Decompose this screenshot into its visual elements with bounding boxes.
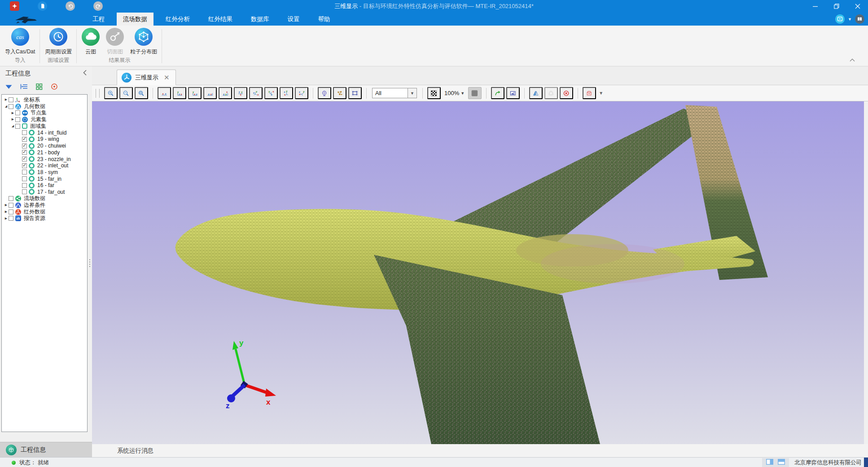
filter-icon[interactable] <box>4 83 13 91</box>
node-graph-button[interactable] <box>333 87 346 99</box>
menu-item-3[interactable]: 红外分析 <box>159 13 196 26</box>
mirror-button[interactable] <box>529 87 543 99</box>
tree-row[interactable]: ◢几何数据 <box>2 103 87 110</box>
ribbon-button-clock[interactable]: 周期面设置 <box>44 27 73 56</box>
media-tool-icon[interactable] <box>835 14 845 24</box>
view-back-button[interactable]: yzx <box>173 87 186 99</box>
tree-row[interactable]: ✓20 - chuiwei <box>2 143 87 149</box>
tree-collapsed-icon[interactable]: ▶ <box>4 203 9 207</box>
display-filter-combobox[interactable]: All▼ <box>372 88 417 98</box>
tree-row[interactable]: ▶边界条件 <box>2 202 87 209</box>
zoom-in-button[interactable] <box>104 87 118 99</box>
mesh-grid-button[interactable] <box>468 87 482 99</box>
tree-row[interactable]: 14 - int_fluid <box>2 129 87 136</box>
menu-item-1[interactable]: 工程 <box>86 13 111 26</box>
tree-row[interactable]: ✓23 - nozzle_in <box>2 156 87 162</box>
tree-row[interactable]: ▶yzx坐标系 <box>2 96 87 103</box>
tree-row[interactable]: ▶报告资源 <box>2 215 87 222</box>
ribbon-button-cas[interactable]: cas导入Cas/Dat <box>4 27 36 56</box>
ribbon-collapse-button[interactable] <box>848 57 856 63</box>
combo-dropdown-icon[interactable]: ▼ <box>408 88 416 98</box>
tree-row[interactable]: ✓22 - inlet_out <box>2 162 87 169</box>
panel-splitter-handle[interactable] <box>88 259 91 267</box>
tree-collapsed-icon[interactable]: ▶ <box>4 217 9 220</box>
snapshot-button[interactable] <box>506 87 520 99</box>
zoom-out-button[interactable] <box>119 87 133 99</box>
tree-checkbox[interactable] <box>9 104 13 109</box>
tree-checkbox[interactable]: ✓ <box>22 137 27 142</box>
tree-checkbox[interactable] <box>15 117 20 122</box>
menu-item-5[interactable]: 数据库 <box>245 13 276 26</box>
tree-row[interactable]: ◢面域集 <box>2 123 87 130</box>
tree-expanded-icon[interactable]: ◢ <box>10 124 15 128</box>
view-iso-3-button[interactable]: zyx <box>280 87 293 99</box>
ribbon-button-cloud[interactable]: 云图 <box>80 27 101 56</box>
tree-checkbox[interactable] <box>9 203 13 208</box>
tree-row[interactable]: ✓21 - body <box>2 149 87 156</box>
tree-checkbox[interactable] <box>22 189 27 194</box>
zoom-fit-button[interactable] <box>135 87 148 99</box>
tree-checkbox[interactable]: ✓ <box>22 163 27 168</box>
view-top-button[interactable]: xzy <box>219 87 232 99</box>
probe-button[interactable] <box>318 87 331 99</box>
tree-checkbox[interactable]: ✓ <box>22 157 27 161</box>
zoom-level-dropdown[interactable]: 100%▼ <box>443 90 466 96</box>
tree-checkbox[interactable] <box>22 176 27 181</box>
view-iso-1-button[interactable]: zyx <box>249 87 263 99</box>
tree-row[interactable]: ▶节点集 <box>2 109 87 116</box>
view-right-button[interactable]: zx <box>203 87 217 99</box>
view-left-button[interactable]: yxz <box>188 87 202 99</box>
tree-checkbox[interactable] <box>9 216 13 221</box>
tree-row[interactable]: ✓19 - wing <box>2 136 87 143</box>
tree-checkbox[interactable] <box>22 170 27 175</box>
rect-select-button[interactable] <box>348 87 362 99</box>
tree-checkbox[interactable] <box>9 97 13 102</box>
tree-row[interactable]: 15 - far_in <box>2 175 87 182</box>
tree-checkbox[interactable] <box>9 196 13 201</box>
tree-expanded-icon[interactable]: ◢ <box>4 105 9 108</box>
tree-checkbox[interactable] <box>15 124 20 129</box>
tree-checkbox[interactable] <box>9 209 13 214</box>
layout-grid-icon[interactable] <box>35 83 43 91</box>
view-front-button[interactable]: xz <box>158 87 171 99</box>
tree-checkbox[interactable]: ✓ <box>22 150 27 155</box>
view-iso-2-button[interactable]: yxz <box>264 87 278 99</box>
menu-item-7[interactable]: 帮助 <box>312 13 337 26</box>
toolbar-drag-handle[interactable] <box>96 89 100 98</box>
dropdown-caret-icon[interactable]: ▼ <box>848 17 852 22</box>
project-tree[interactable]: ▶yzx坐标系◢几何数据▶节点集▶元素集◢面域集14 - int_fluid✓1… <box>1 94 88 432</box>
tree-checkbox[interactable] <box>15 110 20 115</box>
view-iso-4-button[interactable]: zxy <box>295 87 308 99</box>
tab-close-icon[interactable]: ✕ <box>164 74 170 82</box>
close-button[interactable] <box>847 0 868 13</box>
transparency-button[interactable] <box>427 87 441 99</box>
tree-checkbox[interactable]: ✓ <box>22 144 27 148</box>
layout-bottom-icon[interactable] <box>778 459 785 466</box>
tree-collapsed-icon[interactable]: ▶ <box>10 118 15 121</box>
tree-row[interactable]: ▶红外数据 <box>2 209 87 215</box>
minimize-button[interactable] <box>805 0 826 13</box>
cancel-button[interactable] <box>560 87 573 99</box>
tree-row[interactable]: 17 - far_out <box>2 189 87 196</box>
tree-row[interactable]: 18 - sym <box>2 169 87 176</box>
3d-viewport[interactable]: y x z <box>92 101 864 444</box>
layout-left-icon[interactable] <box>766 459 773 466</box>
locate-icon[interactable] <box>50 83 58 91</box>
tree-collapsed-icon[interactable]: ▶ <box>4 210 9 214</box>
tree-collapsed-icon[interactable]: ▶ <box>4 98 9 101</box>
restore-button[interactable] <box>826 0 847 13</box>
archive-chevron-icon[interactable]: ▼ <box>599 91 603 96</box>
archive-button[interactable] <box>583 87 596 99</box>
tab-3d-view[interactable]: 三维显示 ✕ <box>117 70 176 85</box>
help-book-icon[interactable] <box>855 14 864 24</box>
menu-item-6[interactable]: 设置 <box>281 13 306 26</box>
ribbon-button-particles[interactable]: 粒子分布图 <box>129 27 158 56</box>
tree-checkbox[interactable] <box>22 130 27 135</box>
expand-list-icon[interactable] <box>20 83 28 91</box>
panel-collapse-icon[interactable] <box>83 70 87 77</box>
tree-row[interactable]: 16 - far <box>2 182 87 189</box>
tree-row[interactable]: 流场数据 <box>2 195 87 202</box>
tree-collapsed-icon[interactable]: ▶ <box>10 111 15 115</box>
tree-checkbox[interactable] <box>22 183 27 188</box>
menu-item-2[interactable]: 流场数据 <box>117 13 153 26</box>
